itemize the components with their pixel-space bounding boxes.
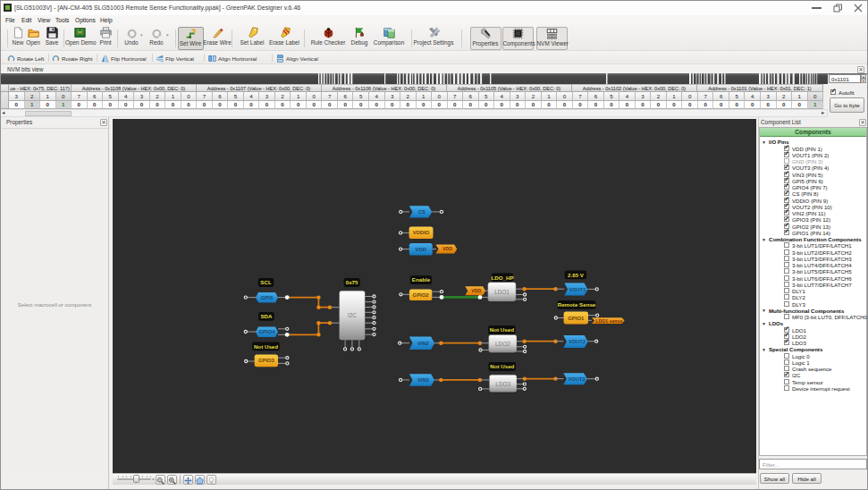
- svg-text:Enable: Enable: [412, 276, 431, 283]
- svg-text:VDDIO: VDDIO: [413, 230, 430, 235]
- svg-text:GPIO4: GPIO4: [258, 329, 275, 334]
- svg-text:Remote Sense: Remote Sense: [558, 301, 596, 308]
- svg-text:VDD: VDD: [416, 247, 426, 252]
- svg-text:GPIO2: GPIO2: [413, 292, 430, 298]
- svg-text:Not Used: Not Used: [254, 343, 278, 350]
- svg-text:Not Used: Not Used: [490, 363, 514, 369]
- svg-text:LDO2: LDO2: [495, 341, 510, 347]
- svg-text:GPI5: GPI5: [261, 295, 274, 300]
- svg-text:0x75: 0x75: [346, 279, 358, 285]
- svg-text:VDD: VDD: [471, 288, 481, 293]
- svg-text:LDO_HP: LDO_HP: [491, 275, 513, 281]
- svg-text:VDD: VDD: [442, 246, 452, 251]
- svg-text:I2C: I2C: [348, 312, 357, 318]
- svg-text:LDO1 sense: LDO1 sense: [595, 318, 622, 324]
- svg-text:SCL: SCL: [260, 279, 272, 285]
- svg-text:Not Used: Not Used: [490, 326, 514, 333]
- svg-text:VOUT3: VOUT3: [569, 376, 586, 382]
- svg-text:VIN3: VIN3: [417, 377, 429, 383]
- svg-text:2.85 V: 2.85 V: [568, 272, 585, 278]
- svg-text:LDO1: LDO1: [494, 289, 510, 295]
- svg-text:SDA: SDA: [260, 313, 273, 319]
- svg-text:GPIO1: GPIO1: [568, 316, 585, 321]
- svg-text:VOUT2: VOUT2: [569, 339, 586, 344]
- svg-text:GPIO3: GPIO3: [258, 358, 275, 363]
- svg-text:VIN2: VIN2: [417, 341, 429, 346]
- svg-text:CS: CS: [418, 209, 426, 215]
- svg-text:VOUT1: VOUT1: [569, 287, 586, 292]
- svg-text:LDO3: LDO3: [495, 381, 510, 387]
